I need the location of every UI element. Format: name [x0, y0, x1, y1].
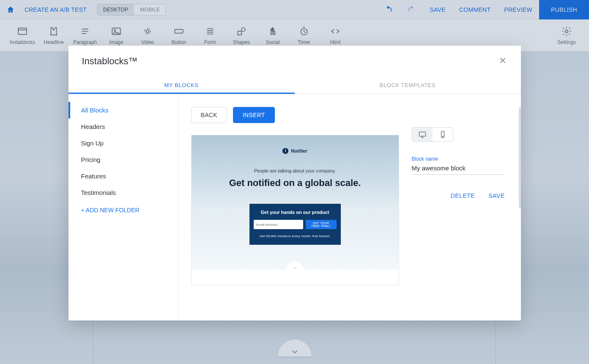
- preview-cta-title: Get your hands on our product: [254, 210, 337, 215]
- block-preview-card[interactable]: iNotifier People are talking about your …: [191, 135, 399, 285]
- preview-email-input: [254, 220, 303, 229]
- sidebar-item-sign-up[interactable]: Sign Up: [68, 135, 178, 151]
- instablocks-modal: Instablocks™ MY BLOCKS BLOCK TEMPLATES A…: [68, 46, 521, 320]
- sidebar-item-all-blocks[interactable]: All Blocks: [68, 102, 178, 118]
- svg-point-11: [442, 136, 443, 137]
- close-button[interactable]: [498, 56, 507, 67]
- preview-cta-subtext: Get 50,000 mentions every month, free fo…: [254, 234, 337, 238]
- preview-device-segmented: [412, 127, 453, 142]
- block-name-input[interactable]: [412, 162, 505, 175]
- add-new-folder-button[interactable]: + ADD NEW FOLDER: [68, 201, 178, 219]
- preview-desktop-toggle[interactable]: [412, 128, 433, 141]
- chevron-down-icon: [293, 265, 298, 270]
- preview-cta-box: Get your hands on our product GET YOUR F…: [249, 204, 341, 245]
- folder-sidebar: All Blocks Headers Sign Up Pricing Featu…: [68, 94, 178, 320]
- svg-rect-9: [419, 132, 425, 136]
- mobile-icon: [438, 130, 447, 139]
- sidebar-item-headers[interactable]: Headers: [68, 118, 178, 135]
- preview-cta-button: GET YOUR FREE TRIAL!: [306, 220, 337, 229]
- preview-tagline: People are talking about your company.: [196, 168, 394, 173]
- sidebar-item-pricing[interactable]: Pricing: [68, 151, 178, 168]
- insert-button[interactable]: INSERT: [233, 107, 275, 123]
- modal-title: Instablocks™: [82, 56, 138, 67]
- close-icon: [498, 56, 507, 65]
- desktop-icon: [418, 130, 427, 139]
- sidebar-item-testimonials[interactable]: Testimonials: [68, 184, 178, 201]
- back-button[interactable]: BACK: [191, 107, 227, 123]
- modal-tabs: MY BLOCKS BLOCK TEMPLATES: [68, 76, 521, 94]
- block-name-label: Block name: [412, 156, 515, 162]
- preview-brand: iNotifier: [282, 148, 307, 154]
- preview-mobile-toggle[interactable]: [433, 128, 453, 141]
- save-block-button[interactable]: SAVE: [488, 192, 504, 199]
- tab-block-templates[interactable]: BLOCK TEMPLATES: [295, 76, 521, 94]
- tab-my-blocks[interactable]: MY BLOCKS: [68, 76, 295, 94]
- scrollbar[interactable]: [519, 107, 521, 208]
- preview-headline: Get notified on a global scale.: [196, 178, 394, 189]
- sidebar-item-features[interactable]: Features: [68, 168, 178, 184]
- delete-button[interactable]: DELETE: [451, 192, 475, 199]
- preview-expand-icon: [286, 262, 304, 270]
